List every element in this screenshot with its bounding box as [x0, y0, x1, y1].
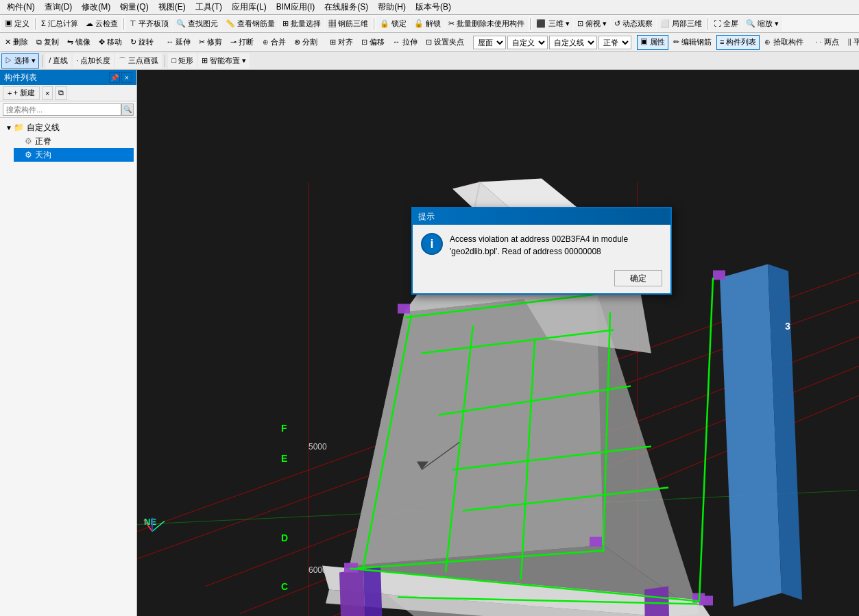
btn-edit-rebar[interactable]: ✏ 编辑钢筋 — [670, 35, 715, 50]
btn-extend[interactable]: ↔ 延伸 — [162, 35, 194, 50]
info-icon: i — [421, 233, 443, 255]
btn-copy[interactable]: ⧉ 复制 — [33, 35, 62, 50]
sep-5 — [707, 18, 708, 30]
btn-unlock[interactable]: 🔓 解锁 — [411, 16, 444, 32]
left-panel: 构件列表 📌 × + + 新建 × ⧉ 🔍 ▼ 📁 — [0, 70, 137, 616]
main-layout: 构件列表 📌 × + + 新建 × ⧉ 🔍 ▼ 📁 — [0, 70, 859, 616]
btn-rebar-3d[interactable]: ▦ 钢筋三维 — [325, 16, 372, 32]
btn-stretch[interactable]: ↔ 拉伸 — [389, 35, 421, 50]
dropdown-ridge[interactable]: 正脊 — [598, 36, 631, 49]
btn-offset[interactable]: ⊡ 偏移 — [358, 35, 388, 50]
btn-local-3d[interactable]: ⬜ 局部三维 — [657, 16, 705, 32]
svg-text:C: C — [281, 581, 288, 592]
btn-split[interactable]: ⊗ 分割 — [291, 35, 321, 50]
sep-12 — [165, 55, 165, 67]
sep-1 — [35, 18, 36, 30]
btn-calculate[interactable]: Σ 汇总计算 — [38, 16, 82, 32]
btn-top-view[interactable]: ⊡ 俯视 ▾ — [574, 16, 610, 32]
error-dialog[interactable]: 提示 i Access violation at address 002B3FA… — [411, 207, 672, 295]
btn-zoom[interactable]: 🔍 缩放 ▾ — [742, 16, 782, 32]
expand-icon: ▼ — [5, 124, 14, 132]
gear-icon: ⚙ — [25, 136, 32, 146]
btn-three-arc[interactable]: ⌒ 三点画弧 — [115, 53, 162, 69]
btn-lock[interactable]: 🔒 锁定 — [376, 16, 410, 32]
dialog-content: i Access violation at address 002B3FA4 i… — [413, 225, 670, 266]
btn-cloud-check[interactable]: ☁ 云检查 — [82, 16, 121, 32]
btn-smart-layout[interactable]: ⊞ 智能布置 ▾ — [198, 53, 250, 69]
canvas-area[interactable]: F E D C 4 3 3600 3600 3600 5000 6000 360… — [137, 70, 859, 616]
btn-pick-component[interactable]: ⊕ 拾取构件 — [761, 35, 806, 50]
btn-copy-component[interactable]: ⧉ — [55, 86, 67, 100]
search-input[interactable] — [3, 103, 121, 116]
menu-item-quantity[interactable]: 钢量(Q) — [116, 0, 152, 14]
copy-icon: ⧉ — [58, 88, 64, 97]
svg-rect-28 — [398, 304, 410, 314]
tree-node-gutter[interactable]: ⚙ 天沟 — [14, 148, 134, 162]
tree-child-1: ⚙ 正脊 ⚙ 天沟 — [3, 134, 134, 162]
btn-dynamic-obs[interactable]: ↺ 动态观察 — [611, 16, 656, 32]
toolbar-row-1: ▣ 定义 Σ 汇总计算 ☁ 云检查 ⊤ 平齐板顶 🔍 查找图元 📏 查看钢筋量 … — [0, 15, 859, 33]
dialog-footer: 确定 — [413, 266, 670, 293]
btn-select[interactable]: ▷ 选择 ▾ — [1, 53, 39, 69]
dropdown-roof[interactable]: 屋面 — [473, 36, 506, 49]
svg-text:6000: 6000 — [308, 565, 327, 575]
btn-delete-component[interactable]: × — [42, 86, 53, 100]
menu-item-help[interactable]: 帮助(H) — [374, 0, 410, 14]
search-button[interactable]: 🔍 — [121, 103, 134, 116]
confirm-button[interactable]: 确定 — [614, 270, 662, 286]
panel-title: 构件列表 — [4, 72, 106, 84]
btn-merge[interactable]: ⊕ 合并 — [259, 35, 289, 50]
btn-align-top[interactable]: ⊤ 平齐板顶 — [126, 16, 172, 32]
btn-move[interactable]: ✥ 移动 — [95, 35, 125, 50]
btn-view-rebar[interactable]: 📏 查看钢筋量 — [222, 16, 278, 32]
panel-pin-btn[interactable]: 📌 — [109, 72, 120, 83]
dropdown-custom[interactable]: 自定义 — [507, 36, 548, 49]
btn-break[interactable]: ⊸ 打断 — [227, 35, 257, 50]
3d-scene: F E D C 4 3 3600 3600 3600 5000 6000 360… — [137, 70, 859, 616]
tree-node-spine[interactable]: ⚙ 正脊 — [14, 134, 134, 148]
btn-component-list[interactable]: ≡ 构件列表 — [716, 35, 760, 50]
menu-item-online[interactable]: 在线服务(S) — [320, 0, 372, 14]
btn-delete[interactable]: ✕ 删除 — [1, 35, 32, 50]
btn-batch-delete[interactable]: ✂ 批量删除未使用构件 — [445, 16, 528, 32]
menu-item-component[interactable]: 构件(N) — [3, 0, 39, 14]
btn-define[interactable]: ▣ 定义 — [1, 16, 33, 32]
btn-line[interactable]: / 直线 — [45, 53, 71, 69]
sep-4 — [530, 18, 531, 30]
svg-marker-25 — [644, 587, 670, 617]
btn-3d[interactable]: ⬛ 三维 ▾ — [533, 16, 572, 32]
delete-icon: × — [45, 89, 49, 97]
btn-find-element[interactable]: 🔍 查找图元 — [173, 16, 221, 32]
panel-buttons: 📌 × — [109, 72, 132, 83]
sep-11 — [42, 55, 43, 67]
tree-root-node[interactable]: ▼ 📁 自定义线 — [3, 121, 134, 134]
panel-header: 构件列表 📌 × — [0, 70, 136, 85]
menu-item-version[interactable]: 版本号(B) — [411, 0, 455, 14]
btn-mirror[interactable]: ⇋ 镜像 — [64, 35, 94, 50]
tree-node-gutter-label: 天沟 — [35, 149, 51, 161]
btn-properties[interactable]: ▣ 属性 — [637, 35, 668, 50]
btn-new-component[interactable]: + + 新建 — [3, 86, 40, 100]
btn-trim[interactable]: ✂ 修剪 — [195, 35, 226, 50]
menu-item-tools[interactable]: 工具(T) — [191, 0, 226, 14]
btn-rect[interactable]: □ 矩形 — [168, 53, 197, 69]
menu-item-view[interactable]: 视图(E) — [154, 0, 190, 14]
btn-parallel[interactable]: ∥ 平行 — [844, 35, 859, 50]
btn-set-grip[interactable]: ⊡ 设置夹点 — [422, 35, 468, 50]
panel-close-btn[interactable]: × — [121, 72, 132, 83]
btn-align[interactable]: ⊞ 对齐 — [326, 35, 356, 50]
dropdown-custom-line[interactable]: 自定义线 — [549, 36, 597, 49]
dialog-title-bar: 提示 — [413, 208, 670, 225]
btn-fullscreen[interactable]: ⛶ 全屏 — [710, 16, 742, 32]
panel-toolbar: + + 新建 × ⧉ — [0, 85, 136, 101]
btn-point-length[interactable]: · 点加长度 — [73, 53, 114, 69]
menu-item-query[interactable]: 查询(D) — [40, 0, 77, 14]
menu-item-applib[interactable]: 应用库(L) — [228, 0, 271, 14]
toolbar-row-2: ✕ 删除 ⧉ 复制 ⇋ 镜像 ✥ 移动 ↻ 旋转 ↔ 延伸 ✂ 修剪 ⊸ 打断 … — [0, 33, 859, 52]
menu-item-bim[interactable]: BIM应用(I) — [272, 0, 319, 14]
menu-item-modify[interactable]: 修改(M) — [77, 0, 114, 14]
btn-batch-select[interactable]: ⊞ 批量选择 — [279, 16, 324, 32]
toolbar-row-3: ▷ 选择 ▾ / 直线 · 点加长度 ⌒ 三点画弧 □ 矩形 ⊞ 智能布置 ▾ — [0, 52, 859, 70]
btn-two-point[interactable]: · · 两点 — [812, 35, 843, 50]
btn-rotate[interactable]: ↻ 旋转 — [127, 35, 157, 50]
